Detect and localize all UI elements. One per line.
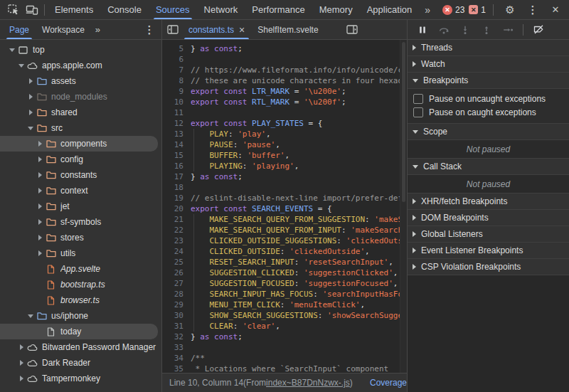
line-number-gutter[interactable]: 27 xyxy=(162,278,191,289)
line-number-gutter[interactable]: 6 xyxy=(162,54,191,65)
line-number-gutter[interactable]: 10 xyxy=(162,97,191,107)
line-number-gutter[interactable]: 31 xyxy=(162,321,191,332)
step-button[interactable] xyxy=(499,21,517,38)
line-number-gutter[interactable]: 23 xyxy=(162,235,191,246)
editor-tab-shelfitem-svelte[interactable]: ShelfItem.svelte xyxy=(251,20,324,39)
line-number-gutter[interactable]: 25 xyxy=(162,257,191,267)
kebab-menu-icon[interactable]: ⋮ xyxy=(523,1,542,18)
line-number-gutter[interactable]: 14 xyxy=(162,139,191,150)
line-number-gutter[interactable]: 12 xyxy=(162,118,191,129)
step-out-button[interactable] xyxy=(477,21,496,38)
tree-item-bootstrap-ts[interactable]: bootstrap.ts xyxy=(0,277,161,292)
pause-button[interactable] xyxy=(413,21,432,38)
tree-item-us-iphone[interactable]: us/iphone xyxy=(0,308,161,324)
sourcemap-link[interactable]: index~B87DnNzwx-.js xyxy=(266,378,350,388)
tree-item-utils[interactable]: utils xyxy=(0,245,161,261)
line-number-gutter[interactable]: 24 xyxy=(162,246,191,257)
expander-right-icon[interactable] xyxy=(16,376,26,381)
expander-right-icon[interactable] xyxy=(35,219,45,225)
tree-item-config[interactable]: config xyxy=(0,152,161,167)
tree-item-tampermonkey[interactable]: Tampermonkey xyxy=(0,371,161,386)
tree-item-jet[interactable]: jet xyxy=(0,198,161,214)
expander-right-icon[interactable] xyxy=(16,344,26,350)
section-threads[interactable]: Threads xyxy=(408,40,569,55)
section-scope[interactable]: Scope xyxy=(408,123,569,139)
device-toolbar-icon[interactable] xyxy=(23,1,41,18)
expander-right-icon[interactable] xyxy=(26,94,36,100)
top-tab-console[interactable]: Console xyxy=(100,0,149,19)
expander-down-icon[interactable] xyxy=(26,314,36,318)
expander-right-icon[interactable] xyxy=(16,360,26,366)
tree-item-today[interactable]: today xyxy=(0,324,158,339)
top-tab-performance[interactable]: Performance xyxy=(245,0,312,19)
deactivate-breakpoints-button[interactable] xyxy=(529,21,548,38)
section-xhr-fetch-breakpoints[interactable]: XHR/fetch Breakpoints xyxy=(408,193,569,209)
editor-tab-constants-ts[interactable]: constants.ts× xyxy=(182,20,251,39)
expander-right-icon[interactable] xyxy=(26,110,36,115)
line-number-gutter[interactable]: 32 xyxy=(162,332,191,342)
line-number-gutter[interactable]: 18 xyxy=(162,182,191,193)
top-tab-sources[interactable]: Sources xyxy=(149,0,197,19)
tree-item-bitwarden-password-manager[interactable]: Bitwarden Password Manager xyxy=(0,339,161,355)
expander-down-icon[interactable] xyxy=(7,48,17,52)
top-tab-application[interactable]: Application xyxy=(360,0,420,19)
navigator-menu-icon[interactable]: ⋮ xyxy=(140,21,159,38)
line-number-gutter[interactable]: 17 xyxy=(162,171,191,182)
close-tab-icon[interactable]: × xyxy=(239,25,245,35)
code-editor[interactable]: 5} as const;67// https://www.fileformat.… xyxy=(162,40,407,373)
tree-item-sf-symbols[interactable]: sf-symbols xyxy=(0,214,161,230)
expander-right-icon[interactable] xyxy=(35,188,45,194)
editor-scrollbar[interactable] xyxy=(400,40,407,373)
step-over-button[interactable] xyxy=(435,21,453,38)
section-watch[interactable]: Watch xyxy=(408,55,569,72)
checkbox-icon[interactable] xyxy=(413,107,423,117)
top-tab-network[interactable]: Network xyxy=(197,0,245,19)
tree-item-stores[interactable]: stores xyxy=(0,230,161,245)
toggle-debugger-sidebar-icon[interactable] xyxy=(343,21,361,38)
line-number-gutter[interactable]: 26 xyxy=(162,267,191,278)
expander-right-icon[interactable] xyxy=(35,172,45,178)
checkbox-icon[interactable] xyxy=(413,94,423,104)
line-number-gutter[interactable]: 16 xyxy=(162,161,191,171)
navigator-tab-page[interactable]: Page xyxy=(3,20,36,39)
tree-item-app-svelte[interactable]: App.svelte xyxy=(0,261,161,277)
section-event-listener-breakpoints[interactable]: Event Listener Breakpoints xyxy=(408,242,569,258)
expander-right-icon[interactable] xyxy=(35,141,45,147)
expander-right-icon[interactable] xyxy=(35,235,45,240)
tree-item-top[interactable]: top xyxy=(0,42,161,58)
section-dom-breakpoints[interactable]: DOM Breakpoints xyxy=(408,209,569,226)
section-breakpoints[interactable]: Breakpoints xyxy=(408,72,569,88)
tree-item-constants[interactable]: constants xyxy=(0,167,161,183)
toggle-navigator-icon[interactable] xyxy=(164,21,182,38)
close-devtools-icon[interactable]: ✕ xyxy=(546,1,565,18)
more-panels-icon[interactable]: » xyxy=(419,4,436,16)
line-number-gutter[interactable]: 15 xyxy=(162,150,191,161)
expander-right-icon[interactable] xyxy=(35,203,45,209)
tree-item-shared[interactable]: shared xyxy=(0,105,161,120)
line-number-gutter[interactable]: 13 xyxy=(162,129,191,139)
tree-item-apps-apple-com[interactable]: apps.apple.com xyxy=(0,58,161,73)
line-number-gutter[interactable]: 19 xyxy=(162,193,191,203)
line-number-gutter[interactable]: 29 xyxy=(162,300,191,310)
line-number-gutter[interactable]: 35 xyxy=(162,364,191,373)
line-number-gutter[interactable]: 34 xyxy=(162,353,191,364)
line-number-gutter[interactable]: 5 xyxy=(162,43,191,54)
top-tab-elements[interactable]: Elements xyxy=(48,0,100,19)
expander-down-icon[interactable] xyxy=(26,127,36,130)
settings-gear-icon[interactable]: ⚙ xyxy=(501,1,519,18)
line-number-gutter[interactable]: 7 xyxy=(162,65,191,75)
section-global-listeners[interactable]: Global Listeners xyxy=(408,226,569,242)
tree-item-src[interactable]: src xyxy=(0,120,161,136)
tree-item-context[interactable]: context xyxy=(0,183,161,198)
line-number-gutter[interactable]: 28 xyxy=(162,289,191,300)
line-number-gutter[interactable]: 21 xyxy=(162,214,191,225)
top-tab-memory[interactable]: Memory xyxy=(312,0,360,19)
tree-item-node-modules[interactable]: node_modules xyxy=(0,89,161,105)
coverage-link[interactable]: Coverage xyxy=(370,378,407,388)
navigator-tab-workspace[interactable]: Workspace xyxy=(36,20,91,39)
line-number-gutter[interactable]: 9 xyxy=(162,86,191,97)
section-call-stack[interactable]: Call Stack xyxy=(408,158,569,174)
checkbox-row-pause-on-uncaught-exceptions[interactable]: Pause on uncaught exceptions xyxy=(408,92,569,105)
tree-item-assets[interactable]: assets xyxy=(0,73,161,89)
line-number-gutter[interactable]: 22 xyxy=(162,225,191,235)
